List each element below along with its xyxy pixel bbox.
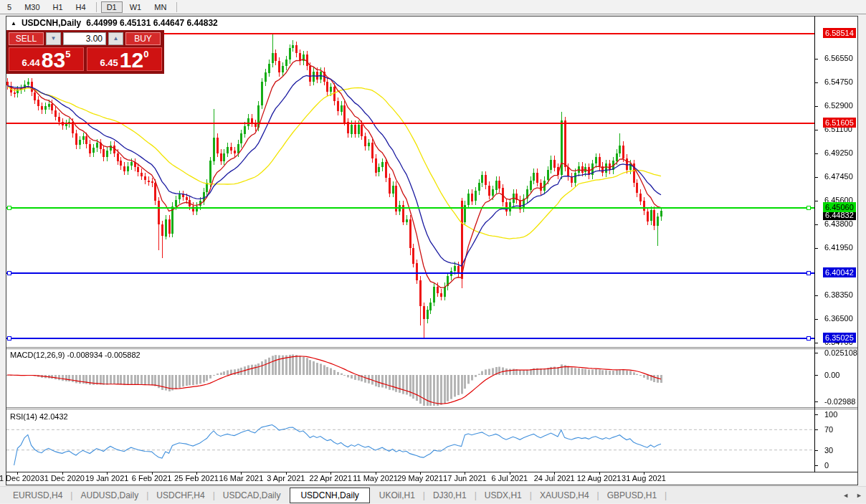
timeframe-w1[interactable]: W1: [124, 1, 148, 13]
tab-separator: |: [597, 490, 599, 500]
volume-input[interactable]: [63, 32, 106, 45]
sell-price-base: 6.44: [22, 57, 40, 68]
one-click-trade-panel: SELL ▼ ▲ BUY 6.44 83 5 6.45 12 0: [6, 30, 164, 74]
price-tick-label: 6.36500: [824, 314, 853, 323]
chart-canvas[interactable]: [6, 16, 857, 485]
tab-gbpusd[interactable]: GBPUSD,H1: [600, 489, 664, 502]
tab-separator: |: [213, 490, 215, 500]
price-axis[interactable]: 6.565506.547506.529006.511006.492506.474…: [818, 16, 857, 472]
date-label: 11 Dec 2020: [0, 474, 39, 482]
date-label: 6 Feb 2021: [132, 474, 172, 482]
date-label: 19 Jan 2021: [85, 474, 129, 482]
sell-button[interactable]: SELL: [9, 32, 44, 45]
chart-title-arrow-icon: ▲: [11, 20, 16, 27]
date-label: 3 Apr 2021: [267, 474, 305, 482]
tab-separator: |: [530, 490, 532, 500]
chart-tab-bar: EURUSD,H4|AUDUSD,Daily|USDCHF,H4|USDCAD,…: [0, 486, 866, 503]
date-label: 11 May 2021: [353, 474, 398, 482]
tab-scroll-arrows: ◄ ►: [842, 492, 862, 499]
tab-usdcnh[interactable]: USDCNH,Daily: [290, 488, 369, 503]
sell-price-pips: 83: [42, 50, 65, 70]
timeframe-m30[interactable]: M30: [19, 1, 45, 13]
rsi-tick-label: 70: [824, 425, 833, 434]
price-tick-label: 6.49250: [824, 148, 853, 157]
price-tick-label: 6.41950: [824, 243, 853, 252]
buy-price-base: 6.45: [100, 57, 118, 68]
tab-dj30[interactable]: DJ30,H1: [426, 489, 474, 502]
tab-usdcad[interactable]: USDCAD,Daily: [216, 489, 288, 502]
price-tick-label: 6.47450: [824, 172, 853, 181]
price-tick-label: 6.38350: [824, 290, 853, 299]
date-label: 22 Apr 2021: [310, 474, 352, 482]
timeframe-h1[interactable]: H1: [47, 1, 69, 13]
rsi-tick-label: 0: [824, 461, 829, 470]
timeframe-toolbar: 5M30H1H4D1W1MN: [0, 0, 866, 14]
buy-price-box[interactable]: 6.45 12 0: [87, 47, 162, 71]
date-label: 31 Aug 2021: [622, 474, 666, 482]
timeframe-d1[interactable]: D1: [101, 1, 123, 13]
date-label: 31 Dec 2020: [40, 474, 85, 482]
tab-eurusd[interactable]: EURUSD,H4: [6, 489, 70, 502]
price-level-label: 6.58514: [823, 28, 856, 38]
rsi-tick-label: 30: [824, 446, 833, 455]
price-tick-label: 6.52900: [824, 101, 853, 110]
macd-tick-label: 0.00: [824, 371, 839, 379]
price-level-label: 6.51605: [823, 118, 856, 128]
macd-label: MACD(12,26,9) -0.008934 -0.005882: [10, 351, 141, 359]
chart-tabs: EURUSD,H4|AUDUSD,Daily|USDCHF,H4|USDCAD,…: [6, 488, 667, 503]
tab-ukoil[interactable]: UKOil,H1: [372, 489, 422, 502]
rsi-tick-label: 100: [824, 410, 837, 419]
price-level-label: 6.45060: [823, 202, 856, 212]
date-label: 6 Jul 2021: [491, 474, 528, 482]
chart-header: ▲ USDCNH,Daily 6.44999 6.45131 6.44647 6…: [11, 18, 218, 28]
volume-increase-button[interactable]: ▲: [108, 32, 123, 45]
tab-xauusd[interactable]: XAUUSD,H4: [533, 489, 596, 502]
tab-usdx[interactable]: USDX,H1: [477, 489, 529, 502]
tab-usdchf[interactable]: USDCHF,H4: [149, 489, 211, 502]
tab-separator: |: [665, 490, 667, 500]
tab-separator: |: [146, 490, 148, 500]
date-label: 29 May 2021: [397, 474, 443, 482]
chart-ohlc-values: 6.44999 6.45131 6.44647 6.44832: [86, 18, 218, 28]
sell-price-box[interactable]: 6.44 83 5: [9, 47, 84, 71]
time-axis[interactable]: 11 Dec 202031 Dec 202019 Jan 20216 Feb 2…: [6, 473, 814, 485]
sell-price-point: 5: [65, 49, 70, 60]
timeframe-mn[interactable]: MN: [148, 1, 172, 13]
price-tick-label: 6.43800: [824, 219, 853, 228]
tab-separator: |: [70, 490, 72, 500]
price-tick-label: 6.54750: [824, 77, 853, 86]
date-label: 24 Jul 2021: [534, 474, 575, 482]
mt4-terminal: { "toolbar":{"groups":[["5","M30","H1","…: [0, 0, 866, 504]
macd-tick-label: 0.025108: [824, 348, 857, 357]
timeframe-5[interactable]: 5: [1, 1, 17, 13]
toolbar-separator: [176, 2, 177, 12]
macd-tick-label: -0.02988: [824, 397, 855, 406]
tab-scroll-left-icon[interactable]: ◄: [842, 492, 849, 499]
volume-decrease-button[interactable]: ▼: [46, 32, 61, 45]
price-level-label: 6.40042: [823, 267, 856, 277]
chart-title: USDCNH,Daily: [22, 18, 81, 28]
price-level-label: 6.35025: [823, 333, 856, 343]
price-tick-label: 6.56550: [824, 54, 853, 62]
chart-window: ▲ USDCNH,Daily 6.44999 6.45131 6.44647 6…: [6, 16, 858, 485]
date-label: 25 Feb 2021: [174, 474, 219, 482]
tab-separator: |: [475, 490, 477, 500]
buy-price-point: 0: [143, 49, 148, 60]
toolbar-separator: [96, 2, 97, 12]
rsi-label: RSI(14) 42.0432: [10, 412, 68, 421]
tab-audusd[interactable]: AUDUSD,Daily: [73, 489, 146, 502]
date-label: 12 Aug 2021: [577, 474, 622, 482]
tab-separator: |: [423, 490, 425, 500]
tab-scroll-right-icon[interactable]: ►: [856, 492, 862, 499]
buy-price-pips: 12: [120, 50, 143, 70]
date-label: 17 Jun 2021: [443, 474, 487, 482]
timeframe-h4[interactable]: H4: [70, 1, 92, 13]
date-label: 16 Mar 2021: [219, 474, 264, 482]
buy-button[interactable]: BUY: [125, 32, 161, 45]
